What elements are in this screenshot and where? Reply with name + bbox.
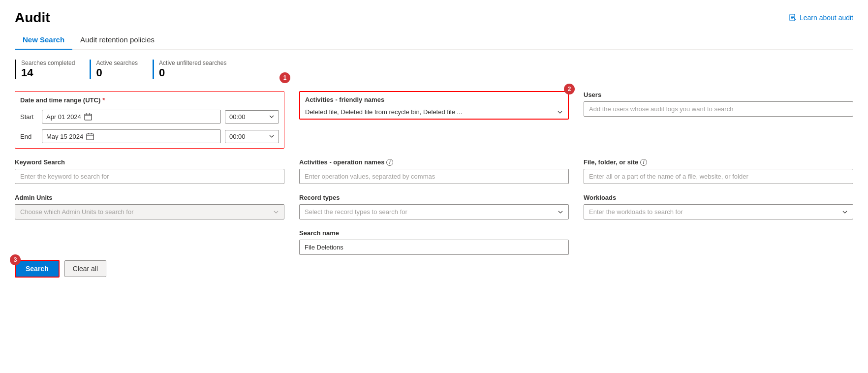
admin-units-dropdown[interactable]: Choose which Admin Units to search for <box>15 204 284 219</box>
badge-3: 3 <box>10 254 21 265</box>
search-btn-wrap: 3 Search <box>15 260 60 278</box>
activities-operation-label: Activities - operation names i <box>299 158 569 166</box>
date-range-label: Date and time range (UTC) * <box>20 96 279 104</box>
document-icon <box>789 14 797 22</box>
stat-searches-completed: Searches completed 14 <box>15 60 75 79</box>
activities-friendly-box: Activities - friendly names Deleted file… <box>299 91 569 120</box>
required-indicator: * <box>102 96 105 104</box>
clear-button[interactable]: Clear all <box>64 260 106 277</box>
file-folder-section: File, folder, or site i <box>584 158 853 184</box>
date-range-section: 1 Date and time range (UTC) * Start Apr … <box>15 91 284 149</box>
end-date-input[interactable]: May 15 2024 <box>42 129 221 143</box>
tabs: New Search Audit retention policies <box>15 31 853 50</box>
admin-units-section: Admin Units Choose which Admin Units to … <box>15 194 284 219</box>
info-icon-operation: i <box>386 159 393 166</box>
workloads-dropdown[interactable]: Enter the workloads to search for <box>584 204 853 219</box>
svg-rect-2 <box>87 134 93 140</box>
stat-label-unfiltered: Active unfiltered searches <box>159 60 226 66</box>
search-name-section: Search name <box>299 229 569 255</box>
search-name-label: Search name <box>299 229 569 237</box>
badge-1: 1 <box>279 72 290 83</box>
action-row: 3 Search Clear all <box>15 260 853 278</box>
end-time-select[interactable]: 00:00 <box>225 130 279 143</box>
start-label: Start <box>20 113 38 121</box>
calendar-icon <box>84 113 92 121</box>
start-date-row: Start Apr 01 2024 00:00 <box>20 110 279 124</box>
stat-label-completed: Searches completed <box>21 60 75 66</box>
chevron-down-icon-workloads <box>842 209 848 215</box>
page: Audit Learn about audit New Search Audit… <box>0 0 868 373</box>
info-icon-file: i <box>640 159 647 166</box>
activities-friendly-select[interactable]: Deleted file, Deleted file from recycle … <box>300 105 568 119</box>
activities-operation-section: Activities - operation names i <box>299 158 569 184</box>
chevron-down-icon-activities <box>557 109 563 115</box>
stat-active-unfiltered: Active unfiltered searches 0 <box>153 60 226 79</box>
stat-value-completed: 14 <box>21 66 75 79</box>
tab-new-search[interactable]: New Search <box>15 31 72 50</box>
tab-audit-retention[interactable]: Audit retention policies <box>72 31 162 50</box>
keyword-input[interactable] <box>15 169 284 184</box>
users-input[interactable] <box>584 101 853 117</box>
chevron-down-icon <box>269 114 275 120</box>
file-folder-label: File, folder, or site i <box>584 158 853 166</box>
activities-friendly-section: 2 Activities - friendly names Deleted fi… <box>299 91 569 149</box>
activities-friendly-label: Activities - friendly names <box>300 92 568 105</box>
keyword-label: Keyword Search <box>15 158 284 166</box>
learn-about-audit-link[interactable]: Learn about audit <box>789 14 853 22</box>
date-range-box: Date and time range (UTC) * Start Apr 01… <box>15 91 284 149</box>
search-button[interactable]: Search <box>15 260 60 278</box>
stat-active-searches: Active searches 0 <box>90 60 138 79</box>
workloads-section: Workloads Enter the workloads to search … <box>584 194 853 219</box>
stats-row: Searches completed 14 Active searches 0 … <box>15 60 853 79</box>
admin-units-label: Admin Units <box>15 194 284 201</box>
chevron-down-icon-record <box>558 209 563 215</box>
learn-link-text: Learn about audit <box>800 14 853 22</box>
record-types-section: Record types Select the record types to … <box>299 194 569 219</box>
stat-value-active: 0 <box>96 66 138 79</box>
record-types-label: Record types <box>299 194 569 201</box>
record-types-dropdown[interactable]: Select the record types to search for <box>299 204 569 219</box>
badge-2: 2 <box>564 84 575 94</box>
users-label: Users <box>584 91 853 98</box>
workloads-label: Workloads <box>584 194 853 201</box>
file-folder-input[interactable] <box>584 169 853 184</box>
activities-operation-input[interactable] <box>299 169 569 184</box>
start-time-select[interactable]: 00:00 <box>225 110 279 124</box>
empty-col3-row4 <box>584 229 853 255</box>
calendar-icon-end <box>86 132 94 140</box>
header: Audit Learn about audit <box>15 10 853 26</box>
end-label: End <box>20 133 38 140</box>
search-name-input[interactable] <box>299 240 569 255</box>
stat-label-active: Active searches <box>96 60 138 66</box>
chevron-down-icon-admin <box>273 209 279 215</box>
chevron-down-icon-end <box>269 133 275 139</box>
stat-value-unfiltered: 0 <box>159 66 226 79</box>
start-date-input[interactable]: Apr 01 2024 <box>42 110 221 124</box>
users-section: Users <box>584 91 853 149</box>
empty-col1-row4 <box>15 229 284 255</box>
page-title: Audit <box>15 10 50 26</box>
keyword-search-section: Keyword Search <box>15 158 284 184</box>
end-date-row: End May 15 2024 00:00 <box>20 129 279 143</box>
svg-rect-1 <box>85 114 92 120</box>
form-grid: 1 Date and time range (UTC) * Start Apr … <box>15 91 853 255</box>
